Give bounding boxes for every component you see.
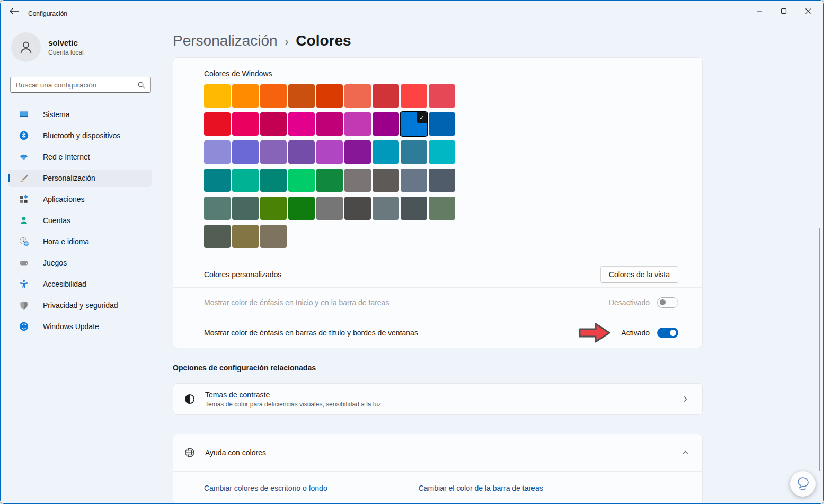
minimize-button[interactable] [747,1,772,22]
accent-titlebars-toggle[interactable] [657,328,678,338]
contrast-themes-title: Temas de contraste [205,391,681,399]
search-input[interactable] [16,81,137,89]
page-title: Colores [296,32,351,49]
help-link-2[interactable]: Cambiar el color de la barra de tareas [419,484,543,492]
accent-start-taskbar-label: Mostrar color de énfasis en Inicio y en … [204,298,600,307]
sidebar-item-gaming[interactable]: Juegos [8,254,152,271]
privacy-icon [19,300,29,311]
sidebar-item-privacy[interactable]: Privacidad y seguridad [8,297,152,314]
help-link-1[interactable]: Cambiar colores de escritorio o fondo [204,484,327,492]
custom-colors-row: Colores personalizados Colores de la vis… [173,261,702,287]
sidebar-item-label: Sistema [43,110,70,119]
color-swatch-847545[interactable] [232,225,259,248]
gaming-icon [19,258,29,268]
color-swatch-00b7c3[interactable] [429,140,455,164]
bluetooth-icon [19,130,29,141]
color-swatch-5d5a58[interactable] [373,169,399,192]
close-button[interactable] [796,1,820,22]
color-swatch-525e54[interactable] [204,225,231,248]
breadcrumb-separator: › [285,34,289,48]
color-swatch-ff4343[interactable] [401,84,427,108]
color-swatch-744da9[interactable] [288,140,315,164]
close-icon [805,8,811,14]
sidebar-item-time-language[interactable]: Hora e idioma [8,233,152,250]
color-swatch-0063b1[interactable] [429,112,455,136]
color-swatch-e74856[interactable] [429,84,455,108]
sidebar-item-label: Privacidad y seguridad [43,301,118,310]
sidebar-item-system[interactable]: Sistema [8,106,152,123]
sidebar-item-windows-update[interactable]: Windows Update [8,318,152,335]
avatar [11,32,41,62]
help-character-icon [793,474,812,493]
sidebar-item-accessibility[interactable]: Accesibilidad [8,276,152,293]
breadcrumb-personalization[interactable]: Personalización [173,32,278,49]
color-swatch-0078d7[interactable]: ✓ [401,112,427,136]
color-swatch-bf0077[interactable] [316,112,343,136]
main-content: Personalización › Colores Colores de Win… [160,22,823,503]
color-swatch-881798[interactable] [344,140,371,164]
color-swatch-498205[interactable] [260,197,287,220]
color-swatch-e81123[interactable] [204,112,231,136]
color-swatch-b146c2[interactable] [316,140,343,164]
back-button[interactable] [9,7,20,16]
color-swatch-10893e[interactable] [316,169,343,192]
user-profile[interactable]: solvetic Cuenta local [11,32,84,62]
color-swatch-e3008c[interactable] [288,112,315,136]
color-swatch-018574[interactable] [260,169,287,192]
sidebar-item-network[interactable]: Red e Internet [8,148,152,165]
color-swatch-ca5010[interactable] [288,84,315,108]
search-icon[interactable] [137,81,145,89]
profile-name: solvetic [48,38,84,47]
color-swatch-da3b01[interactable] [316,84,343,108]
color-swatch-d13438[interactable] [373,84,399,108]
accent-start-taskbar-state: Desactivado [609,298,650,307]
scrollbar-thumb[interactable] [819,228,820,471]
color-swatch-ea005e[interactable] [232,112,259,136]
color-swatch-0099bc[interactable] [373,140,399,164]
color-swatch-c30052[interactable] [260,112,287,136]
color-swatch-ffb900[interactable] [204,84,231,108]
color-swatch-8e8cd8[interactable] [204,140,231,164]
sidebar-item-label: Bluetooth y dispositivos [43,131,120,140]
color-swatch-7e735f[interactable] [260,225,287,248]
color-swatch-00b294[interactable] [232,169,259,192]
accent-start-taskbar-toggle[interactable] [657,297,678,308]
contrast-themes-row[interactable]: Temas de contraste Temas de color para d… [173,383,703,415]
maximize-button[interactable] [772,1,796,22]
color-swatch-00cc6a[interactable] [288,169,315,192]
view-colors-button[interactable]: Colores de la vista [600,266,678,283]
color-swatch-4c4a48[interactable] [344,197,371,220]
color-swatch-9a0089[interactable] [373,112,399,136]
color-swatch-6b69d6[interactable] [232,140,259,164]
accounts-icon [19,215,29,226]
sidebar-item-apps[interactable]: Aplicaciones [8,191,152,208]
app-title: Configuración [28,10,67,17]
color-swatch-515c6b[interactable] [429,169,455,192]
color-swatch-486860[interactable] [232,197,259,220]
color-swatch-107c10[interactable] [288,197,315,220]
color-swatch-038387[interactable] [204,169,231,192]
color-swatch-ff8c00[interactable] [232,84,259,108]
accent-titlebars-row: Mostrar color de énfasis en barras de tí… [173,317,702,348]
color-swatch-c239b3[interactable] [344,112,371,136]
profile-account-type: Cuenta local [48,49,84,56]
color-swatch-68768a[interactable] [401,169,427,192]
color-help-header[interactable]: Ayuda con colores [173,434,702,471]
color-swatch-7a7574[interactable] [344,169,371,192]
color-swatch-647c64[interactable] [429,197,455,220]
color-swatch-4a5459[interactable] [401,197,427,220]
color-swatch-f7630c[interactable] [260,84,287,108]
feedback-help-bubble[interactable] [790,471,816,497]
color-swatch-767676[interactable] [316,197,343,220]
custom-colors-label: Colores personalizados [204,270,600,279]
color-swatch-ef6950[interactable] [344,84,371,108]
search-box[interactable] [10,77,151,93]
color-swatch-2d7d9a[interactable] [401,140,427,164]
sidebar-item-accounts[interactable]: Cuentas [8,212,152,229]
color-swatch-69797e[interactable] [373,197,399,220]
sidebar-item-personalization[interactable]: Personalización [8,170,152,187]
color-swatch-567c73[interactable] [204,197,231,220]
color-swatch-8764b8[interactable] [260,140,287,164]
sidebar-item-label: Windows Update [43,322,99,331]
sidebar-item-bluetooth[interactable]: Bluetooth y dispositivos [8,127,152,144]
